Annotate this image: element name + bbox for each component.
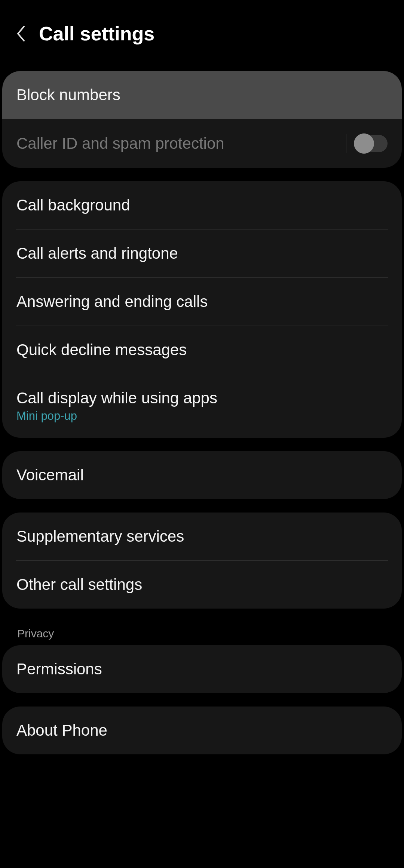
row-label: Answering and ending calls bbox=[16, 293, 208, 311]
row-text: Call display while using apps Mini pop-u… bbox=[16, 389, 217, 423]
caller-id-toggle[interactable] bbox=[354, 135, 388, 152]
row-call-alerts-ringtone[interactable]: Call alerts and ringtone bbox=[2, 230, 402, 277]
settings-group: Supplementary services Other call settin… bbox=[2, 513, 402, 609]
back-icon[interactable] bbox=[15, 25, 26, 42]
section-header-privacy: Privacy bbox=[2, 622, 402, 645]
row-quick-decline[interactable]: Quick decline messages bbox=[2, 326, 402, 374]
row-label: Call alerts and ringtone bbox=[16, 244, 178, 262]
row-label: Permissions bbox=[16, 660, 102, 678]
row-label: Caller ID and spam protection bbox=[16, 135, 224, 153]
row-supplementary-services[interactable]: Supplementary services bbox=[2, 513, 402, 560]
row-answering-ending[interactable]: Answering and ending calls bbox=[2, 278, 402, 326]
row-sublabel: Mini pop-up bbox=[16, 409, 217, 423]
vertical-divider bbox=[346, 134, 346, 153]
row-call-background[interactable]: Call background bbox=[2, 181, 402, 229]
row-about-phone[interactable]: About Phone bbox=[2, 707, 402, 754]
row-label: Other call settings bbox=[16, 576, 142, 594]
row-block-numbers[interactable]: Block numbers bbox=[2, 71, 402, 119]
row-permissions[interactable]: Permissions bbox=[2, 645, 402, 693]
settings-group: Permissions bbox=[2, 645, 402, 693]
row-voicemail[interactable]: Voicemail bbox=[2, 451, 402, 499]
row-label: Call background bbox=[16, 196, 130, 214]
toggle-group bbox=[346, 134, 388, 153]
settings-content: Block numbers Caller ID and spam protect… bbox=[0, 60, 404, 754]
settings-group: Block numbers Caller ID and spam protect… bbox=[2, 71, 402, 168]
page-title: Call settings bbox=[39, 22, 154, 45]
row-label: Voicemail bbox=[16, 466, 84, 484]
toggle-knob bbox=[354, 133, 374, 154]
settings-group: Call background Call alerts and ringtone… bbox=[2, 181, 402, 438]
settings-group: Voicemail bbox=[2, 451, 402, 499]
row-label: Supplementary services bbox=[16, 527, 184, 545]
row-label: About Phone bbox=[16, 721, 107, 739]
row-label: Call display while using apps bbox=[16, 389, 217, 407]
settings-group: About Phone bbox=[2, 707, 402, 754]
row-label: Block numbers bbox=[16, 86, 120, 104]
row-label: Quick decline messages bbox=[16, 341, 187, 359]
header: Call settings bbox=[0, 0, 404, 60]
row-call-display-apps[interactable]: Call display while using apps Mini pop-u… bbox=[2, 374, 402, 438]
row-caller-id-spam[interactable]: Caller ID and spam protection bbox=[2, 119, 402, 168]
row-other-call-settings[interactable]: Other call settings bbox=[2, 561, 402, 609]
